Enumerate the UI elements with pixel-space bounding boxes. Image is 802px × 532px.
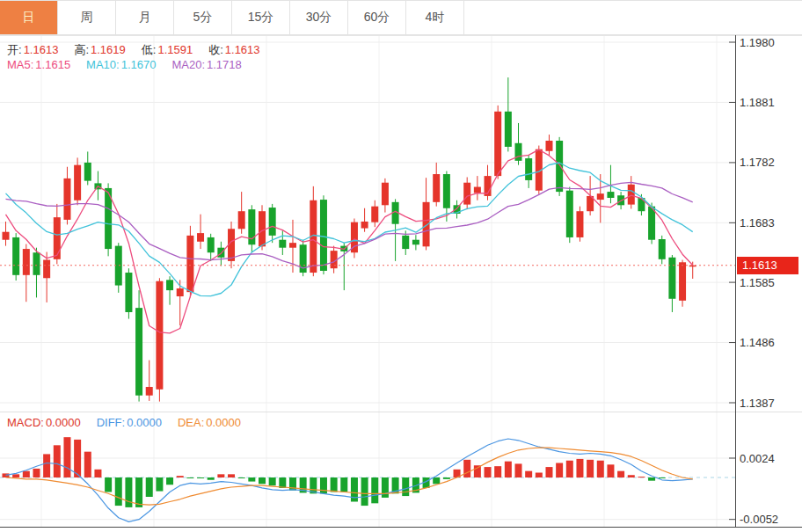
legend-item: 收:1.1613 [208, 42, 259, 58]
svg-text:1.1980: 1.1980 [740, 36, 775, 49]
svg-text:0.0024: 0.0024 [740, 452, 775, 465]
macd-panel: MACD:0.0000DIFF:0.0000DEA:0.0000 0.0024-… [0, 412, 802, 532]
timeframe-tab-2[interactable]: 周 [58, 1, 116, 34]
svg-text:1.1782: 1.1782 [740, 156, 775, 169]
tab-bar-filler [464, 1, 802, 34]
candlestick-chart[interactable]: 1.19801.18811.17821.16831.15851.14861.13… [0, 35, 802, 412]
svg-text:1.1486: 1.1486 [740, 336, 775, 349]
timeframe-tab-8[interactable]: 4时 [406, 1, 464, 34]
ma-legend: MA5:1.1615MA10:1.1670MA20:1.1718 [7, 58, 242, 71]
timeframe-tab-1[interactable]: 日 [0, 1, 58, 34]
legend-item: DIFF:0.0000 [97, 416, 162, 429]
legend-item: MA10:1.1670 [86, 58, 156, 71]
macd-indicator-legend: MACD:0.0000DIFF:0.0000DEA:0.0000 [7, 416, 241, 429]
legend-item: 低:1.1591 [142, 42, 193, 58]
ohlc-legend: 开:1.1613高:1.1619低:1.1591收:1.1613 [7, 42, 260, 58]
svg-text:1.1881: 1.1881 [740, 96, 775, 109]
legend-item: MA5:1.1615 [7, 58, 70, 71]
legend-item: 高:1.1619 [74, 42, 125, 58]
timeframe-tab-3[interactable]: 月 [116, 1, 174, 34]
svg-text:1.1387: 1.1387 [740, 397, 775, 410]
legend-item: MA20:1.1718 [171, 58, 241, 71]
svg-text:1.1585: 1.1585 [740, 276, 775, 289]
candlestick-panel: 开:1.1613高:1.1619低:1.1591收:1.1613 MA5:1.1… [0, 35, 802, 412]
svg-text:1.1683: 1.1683 [740, 216, 775, 230]
timeframe-tab-6[interactable]: 30分 [290, 1, 348, 34]
current-price-label: 1.1613 [737, 257, 798, 274]
timeframe-tab-bar: 日周月5分15分30分60分4时 [0, 0, 802, 35]
timeframe-tab-4[interactable]: 5分 [174, 1, 232, 34]
macd-chart[interactable]: 0.0024-0.0052 [0, 412, 802, 532]
legend-item: DEA:0.0000 [178, 416, 241, 429]
svg-text:-0.0052: -0.0052 [740, 513, 778, 526]
legend-item: MACD:0.0000 [7, 416, 81, 429]
legend-item: 开:1.1613 [7, 42, 58, 58]
timeframe-tab-5[interactable]: 15分 [232, 1, 290, 34]
timeframe-tab-7[interactable]: 60分 [348, 1, 406, 34]
